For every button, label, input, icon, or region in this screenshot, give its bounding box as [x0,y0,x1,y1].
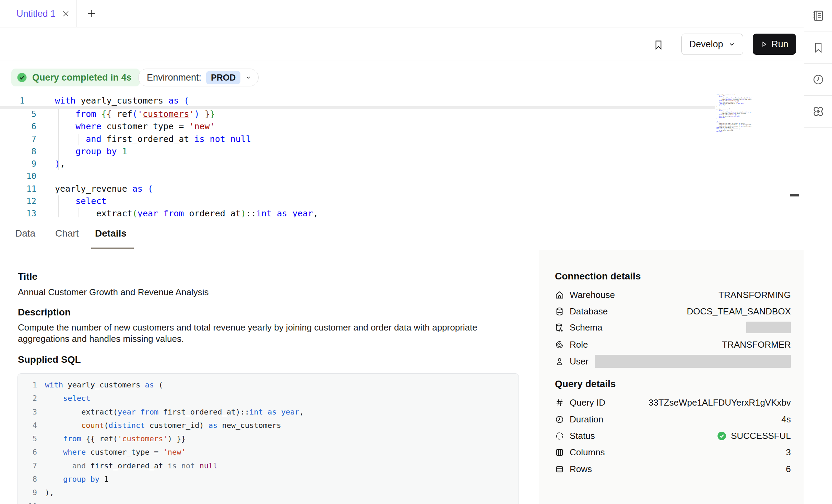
environment-label: Environment: [147,72,201,83]
check-circle-icon [16,72,28,83]
document-tab-title: Untitled 1 [16,9,56,19]
bookmark-icon [653,39,664,51]
connection-row-warehouse: Warehouse TRANSFORMING [555,288,791,302]
develop-button-label: Develop [689,39,723,50]
schema-icon [555,323,564,332]
tab-data[interactable]: Data [15,217,35,249]
notebook-panel-button[interactable] [804,0,832,32]
columns-icon [555,448,564,457]
role-icon [555,340,564,349]
query-details-heading: Query details [555,379,616,389]
row-value: TRANSFORMING [718,290,791,300]
editor-minimap[interactable]: with yearly_customers as ( select extrac… [716,94,751,135]
query-row-columns: Columns 3 [555,445,791,459]
connection-row-schema: Schema [555,321,791,334]
clock-icon [812,73,824,86]
query-status-badge: Query completed in 4s [11,69,140,86]
row-label: Status [570,431,595,441]
new-tab-button[interactable] [83,0,99,27]
play-icon [760,40,768,48]
editor-sticky-line: 1with yearly_customers as ( [0,95,715,107]
supplied-sql-code-block: 1with yearly_customers as (2 select3 ext… [17,373,519,504]
row-value: 4s [782,414,791,425]
tab-details[interactable]: Details [95,217,127,249]
status-text: SUCCESSFUL [731,431,791,441]
tab-divider [76,0,77,27]
spinner-icon [555,431,564,441]
chevron-down-icon [728,40,736,48]
results-tab-bar: Data Chart Details [0,217,804,249]
supplied-sql-heading: Supplied SQL [18,354,81,365]
query-row-id: Query ID 33TZseWpe1ALFDUYerxR1gVKxbv [555,396,791,409]
clock-icon [555,415,564,424]
connection-row-user: User [555,355,791,368]
scrollbar-track-border [790,94,790,217]
description-value: Compute the number of new customers and … [18,322,498,345]
row-label: Duration [570,414,603,425]
database-icon [555,307,564,316]
rows-icon [555,465,564,474]
success-check-icon [716,431,727,441]
query-row-status: Status SUCCESSFUL [555,429,791,443]
row-label: Schema [570,322,602,333]
chevron-down-icon [245,74,251,81]
close-tab-icon[interactable] [62,10,70,18]
row-label: Columns [570,447,605,458]
environment-value-chip: PROD [206,71,240,84]
query-row-duration: Duration 4s [555,412,791,426]
document-tab[interactable]: Untitled 1 [16,0,70,27]
row-label: Query ID [570,397,605,408]
connection-row-database: Database DOCS_TEAM_SANDBOX [555,304,791,318]
bookmarks-panel-button[interactable] [804,32,832,64]
connection-row-role: Role TRANSFORMER [555,338,791,351]
row-value: DOCS_TEAM_SANDBOX [687,306,791,317]
row-label: Rows [570,464,592,475]
notebook-icon [812,9,825,22]
row-label: Role [570,339,588,350]
connection-details-heading: Connection details [555,271,641,282]
compass-x-icon [812,105,825,118]
row-label: Database [570,306,608,317]
plus-icon [86,9,96,19]
schema-value-redacted [746,322,791,333]
scrollbar-thumb[interactable] [790,194,799,196]
document-tab-bar: Untitled 1 [0,0,804,27]
editor-code-lines: 5 from {{ ref('customers') }}6 where cus… [0,108,789,220]
row-value: TRANSFORMER [722,339,791,350]
sql-editor[interactable]: 1with yearly_customers as ( 5 from {{ re… [0,86,804,217]
row-value: 6 [786,464,791,475]
right-icon-sidebar [804,0,832,504]
row-label: User [570,356,589,367]
hash-icon [555,398,564,407]
bookmark-button[interactable] [650,37,667,53]
history-panel-button[interactable] [804,64,832,96]
row-value: 3 [786,447,791,458]
row-value: 33TZseWpe1ALFDUYerxR1gVKxbv [649,397,791,408]
title-heading: Title [18,271,37,282]
explore-panel-button[interactable] [804,96,832,128]
title-value: Annual Customer Growth and Revenue Analy… [18,287,209,298]
user-value-redacted [595,355,791,368]
query-row-rows: Rows 6 [555,462,791,476]
description-heading: Description [18,307,71,318]
run-button[interactable]: Run [753,34,796,55]
status-value: SUCCESSFUL [716,431,791,441]
environment-selector[interactable]: Environment: PROD [138,69,259,86]
user-icon [555,357,564,366]
warehouse-icon [555,290,564,300]
row-label: Warehouse [570,290,615,300]
active-tab-underline [91,248,134,249]
bookmark-icon [812,41,824,54]
tab-chart[interactable]: Chart [55,217,79,249]
run-button-label: Run [771,39,788,50]
query-status-text: Query completed in 4s [32,72,132,83]
develop-button[interactable]: Develop [681,34,743,55]
